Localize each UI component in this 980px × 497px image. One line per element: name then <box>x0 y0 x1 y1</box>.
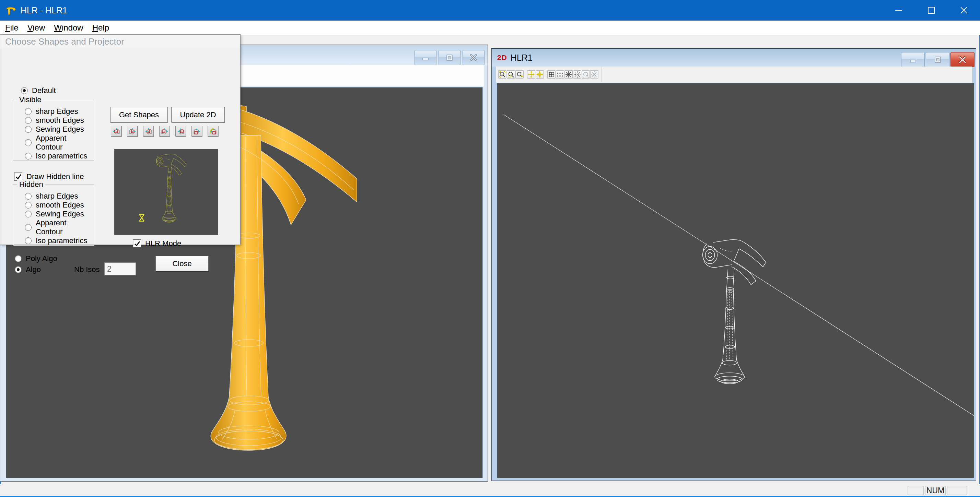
radio-algo-circle[interactable] <box>15 266 22 273</box>
checkbox-draw-hidden-box[interactable] <box>14 173 22 181</box>
radio-algo[interactable]: Algo <box>15 265 41 274</box>
menu-file[interactable]: File <box>5 23 19 33</box>
radio-hidden-apparent-contour[interactable]: Apparent Contour <box>25 219 91 236</box>
preview-viewport[interactable] <box>114 149 218 235</box>
nb-isos-input[interactable]: 2 <box>104 262 136 275</box>
grid-cancel-icon <box>590 70 598 79</box>
left-window-maximize-button[interactable] <box>439 50 460 65</box>
menubar: FileViewWindowHelp <box>0 21 980 35</box>
hammer-wireframe <box>703 240 766 384</box>
radio-visible-apparent-contour[interactable]: Apparent Contour <box>25 134 91 152</box>
menu-window[interactable]: Window <box>54 23 83 33</box>
grid-circular-points-icon[interactable] <box>573 70 581 79</box>
application-window: HLR - HLR1 FileViewWindowHelp <box>0 0 980 497</box>
status-pane-1 <box>908 486 924 495</box>
window-hlr1-2d: 2D HLR1 <box>492 48 976 481</box>
groupbox-hidden-title: Hidden <box>17 180 45 189</box>
radio-hidden-sewing-edges-circle[interactable] <box>25 211 32 218</box>
checkbox-hlr-mode[interactable]: HLR Mode <box>133 239 181 248</box>
radio-visible-iso-parametrics[interactable]: Iso parametrics <box>25 152 91 160</box>
right-window-maximize-button[interactable] <box>926 52 950 67</box>
grid-edit-icon <box>582 70 590 79</box>
right-window-minimize-button[interactable] <box>901 52 925 67</box>
app-hammer-icon <box>5 5 16 16</box>
left-window-minimize-button[interactable] <box>415 50 436 65</box>
grid-rect-lines-icon[interactable] <box>547 70 555 79</box>
radio-hidden-sharp-edges-circle[interactable] <box>25 193 32 200</box>
projector-back-button[interactable] <box>127 126 138 137</box>
close-dialog-button[interactable]: Close <box>156 256 208 271</box>
status-pane-2 <box>947 486 967 495</box>
close-button[interactable] <box>947 0 980 21</box>
dialog-title[interactable]: Choose Shapes and Projector <box>0 35 240 48</box>
preview-hammer-wireframe <box>156 154 186 222</box>
main-titlebar: HLR - HLR1 <box>0 0 980 21</box>
radio-default[interactable]: Default <box>21 86 56 95</box>
checkbox-hlr-mode-box[interactable] <box>133 240 141 248</box>
dialog-choose-shapes: Choose Shapes and Projector Default Visi… <box>0 34 240 245</box>
radio-visible-iso-parametrics-circle[interactable] <box>25 152 32 159</box>
update-2d-button[interactable]: Update 2D <box>171 107 225 122</box>
zoom-dynamic-icon[interactable] <box>515 70 523 79</box>
radio-visible-sharp-edges[interactable]: sharp Edges <box>25 107 91 116</box>
minimize-button[interactable] <box>882 0 915 21</box>
radio-hidden-apparent-contour-circle[interactable] <box>25 224 32 231</box>
radio-poly-algo-circle[interactable] <box>15 255 22 262</box>
maximize-button[interactable] <box>915 0 947 21</box>
zoom-window-icon[interactable] <box>507 70 515 79</box>
nb-isos-label: Nb Isos <box>74 265 100 274</box>
statusbar: NUM <box>0 484 980 496</box>
get-shapes-button[interactable]: Get Shapes <box>110 107 168 122</box>
axis-marker <box>139 214 144 221</box>
radio-visible-sewing-edges-circle[interactable] <box>25 126 32 133</box>
groupbox-visible: Visible sharp Edgessmooth EdgesSewing Ed… <box>13 100 94 161</box>
app-title: HLR - HLR1 <box>21 5 67 16</box>
radio-visible-sewing-edges[interactable]: Sewing Edges <box>25 125 91 134</box>
radio-poly-algo[interactable]: Poly Algo <box>15 254 57 263</box>
global-pan-icon[interactable] <box>536 70 544 79</box>
grid-rect-points-icon[interactable] <box>556 70 564 79</box>
radio-hidden-smooth-edges-circle[interactable] <box>25 202 32 208</box>
menu-view[interactable]: View <box>27 23 45 33</box>
right-window-close-button[interactable] <box>950 52 975 67</box>
projector-front-button[interactable] <box>111 126 121 137</box>
projector-left-button[interactable] <box>143 126 154 137</box>
view-toolbar <box>497 67 602 82</box>
projector-bottom-button[interactable] <box>191 126 202 137</box>
pan-icon[interactable] <box>527 70 535 79</box>
radio-hidden-sharp-edges[interactable]: sharp Edges <box>25 192 91 201</box>
radio-hidden-sewing-edges[interactable]: Sewing Edges <box>25 210 91 219</box>
projector-right-button[interactable] <box>159 126 170 137</box>
status-pane-num: NUM <box>925 486 946 495</box>
groupbox-hidden: Hidden sharp Edgessmooth EdgesSewing Edg… <box>13 184 94 245</box>
right-window-toolbar <box>496 67 972 83</box>
radio-hidden-smooth-edges[interactable]: smooth Edges <box>25 201 91 210</box>
radio-visible-smooth-edges-circle[interactable] <box>25 117 32 124</box>
grid-circular-lines-icon[interactable] <box>565 70 573 79</box>
groupbox-visible-title: Visible <box>17 95 43 104</box>
radio-visible-smooth-edges[interactable]: smooth Edges <box>25 116 91 125</box>
left-window-close-button[interactable] <box>463 50 485 65</box>
zoom-fit-icon[interactable] <box>498 70 506 79</box>
projector-axonometric-button[interactable] <box>208 126 218 137</box>
2d-view-icon: 2D <box>497 54 507 62</box>
radio-default-circle[interactable] <box>21 87 28 94</box>
menu-help[interactable]: Help <box>92 23 109 33</box>
projector-top-button[interactable] <box>175 126 186 137</box>
projection-trace-line <box>504 114 975 416</box>
viewport-2d-hlr[interactable] <box>497 83 974 478</box>
right-window-title: HLR1 <box>511 53 533 63</box>
radio-visible-sharp-edges-circle[interactable] <box>25 108 32 115</box>
radio-hidden-iso-parametrics[interactable]: Iso parametrics <box>25 236 91 245</box>
radio-visible-apparent-contour-circle[interactable] <box>25 139 32 146</box>
radio-hidden-iso-parametrics-circle[interactable] <box>25 237 32 244</box>
